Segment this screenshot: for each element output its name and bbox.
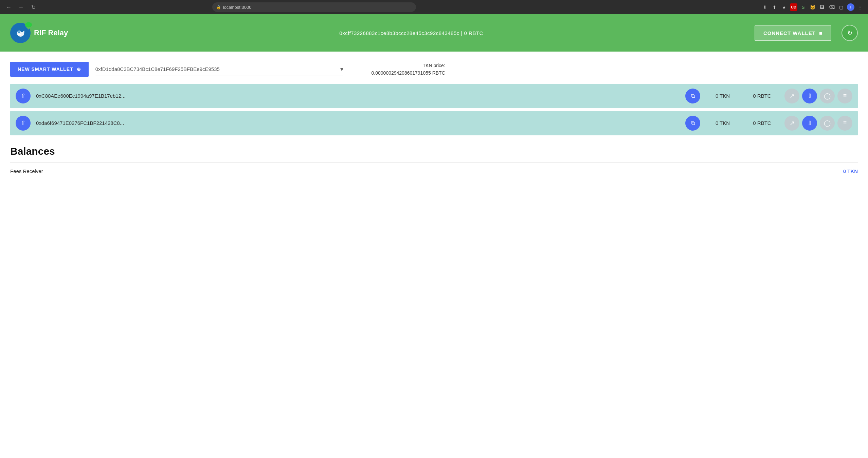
svg-point-2 [25, 22, 32, 27]
ext-fox-icon: 🐱 [809, 3, 816, 11]
tkn-price-container: TKN price: 0.000000294208601791055 RBTC [350, 62, 445, 77]
ext-window-icon: ▢ [837, 3, 845, 11]
selected-wallet-text: 0xfD1dda8C3BC734Bc1C8e71F69F25BFBEe9cE95… [95, 66, 340, 72]
lock-icon: 🔒 [216, 5, 221, 9]
connect-wallet-label: CONNECT WALLET [763, 30, 816, 36]
ext-ud-icon: UD [790, 3, 797, 11]
ext-share-icon: ⬆ [771, 3, 778, 11]
new-wallet-label: NEW SMART WALLET [18, 66, 73, 72]
fees-receiver-value: 0 TKN [843, 168, 858, 174]
copy-button-2[interactable]: ⧉ [685, 116, 700, 131]
new-smart-wallet-button[interactable]: NEW SMART WALLET ⊕ [10, 62, 89, 77]
header-address: 0xcff73226883c1ce8b3bccc28e45c3c92c84348… [75, 30, 748, 36]
main-content: NEW SMART WALLET ⊕ 0xfD1dda8C3BC734Bc1C8… [0, 52, 868, 190]
ext-puzzle-icon: ⌫ [828, 3, 835, 11]
refresh-icon: ↻ [847, 29, 852, 37]
send-button-2[interactable]: ⇧ [16, 116, 31, 131]
download-icon: ⇩ [807, 92, 812, 100]
details-button-2[interactable]: ≡ [837, 116, 852, 131]
dropdown-arrow-icon: ▾ [340, 65, 343, 73]
upload-icon: ⇧ [21, 92, 26, 100]
arrow-out-icon: ↗ [790, 92, 795, 100]
wallet-address-2: 0xda6f69471E0276FC1BF221428C8... [36, 120, 680, 126]
wallet-row-2: ⇧ 0xda6f69471E0276FC1BF221428C8... ⧉ 0 T… [10, 111, 858, 135]
tkn-balance-2: 0 TKN [706, 120, 740, 126]
svg-point-1 [18, 31, 20, 33]
extensions-area: ⬇ ⬆ ★ UD S 🐱 🖼 ⌫ ▢ I ⋮ [761, 3, 864, 11]
transfer-button-2[interactable]: ↗ [784, 116, 799, 131]
balances-title: Balances [10, 146, 858, 157]
receive-button-2[interactable]: ⇩ [802, 116, 817, 131]
wallet-row: ⇧ 0xC80AEe600Ec1994a97E1B17eb12... ⧉ 0 T… [10, 84, 858, 108]
copy-icon: ⧉ [691, 93, 695, 99]
transfer-button-1[interactable]: ↗ [784, 89, 799, 103]
refresh-button[interactable]: ↻ [842, 25, 858, 41]
tkn-balance-1: 0 TKN [706, 93, 740, 99]
ext-menu-icon: ⋮ [856, 3, 864, 11]
back-button[interactable]: ← [4, 2, 14, 12]
logo-container: RIF Relay [10, 23, 68, 43]
ext-user-icon: I [847, 3, 854, 11]
url-text: localhost:3000 [223, 5, 252, 10]
history-button-1[interactable]: ◯ [820, 89, 835, 103]
logo-circle [10, 23, 31, 43]
ext-monitor-icon: 🖼 [818, 3, 826, 11]
fees-receiver-label: Fees Receiver [10, 168, 43, 174]
connect-wallet-button[interactable]: CONNECT WALLET ■ [755, 25, 831, 41]
wallet-address-1: 0xC80AEe600Ec1994a97E1B17eb12... [36, 93, 680, 99]
wallet-dropdown[interactable]: 0xfD1dda8C3BC734Bc1C8e71F69F25BFBEe9cE95… [95, 63, 343, 76]
rbtc-balance-1: 0 RBTC [745, 93, 779, 99]
logo-svg [14, 26, 27, 39]
ext-s-icon: S [799, 3, 807, 11]
download-icon-2: ⇩ [807, 119, 812, 127]
clock-icon-2: ◯ [824, 119, 831, 127]
top-controls: NEW SMART WALLET ⊕ 0xfD1dda8C3BC734Bc1C8… [10, 62, 858, 77]
tkn-price-label: TKN price: [423, 63, 445, 68]
copy-icon-2: ⧉ [691, 120, 695, 126]
clock-icon: ◯ [824, 92, 831, 100]
list-icon: ≡ [843, 92, 847, 99]
list-icon-2: ≡ [843, 119, 847, 127]
row-actions-1: ↗ ⇩ ◯ ≡ [784, 89, 852, 103]
rbtc-balance-2: 0 RBTC [745, 120, 779, 126]
address-bar[interactable]: 🔒 localhost:3000 [212, 2, 416, 12]
arrow-out-icon-2: ↗ [790, 119, 795, 127]
app-title: RIF Relay [34, 28, 68, 37]
details-button-1[interactable]: ≡ [837, 89, 852, 103]
copy-button-1[interactable]: ⧉ [685, 89, 700, 103]
connect-wallet-icon: ■ [819, 30, 822, 36]
reload-button[interactable]: ↻ [29, 2, 38, 12]
ext-star-icon: ★ [780, 3, 788, 11]
app-header: RIF Relay 0xcff73226883c1ce8b3bccc28e45c… [0, 14, 868, 52]
plus-icon: ⊕ [77, 66, 81, 72]
forward-button[interactable]: → [16, 2, 26, 12]
balance-row-fees: Fees Receiver 0 TKN [10, 163, 858, 179]
receive-button-1[interactable]: ⇩ [802, 89, 817, 103]
browser-chrome: ← → ↻ 🔒 localhost:3000 ⬇ ⬆ ★ UD S 🐱 🖼 ⌫ … [0, 0, 868, 14]
row-actions-2: ↗ ⇩ ◯ ≡ [784, 116, 852, 131]
tkn-price-value: 0.000000294208601791055 RBTC [372, 70, 445, 76]
ext-download-icon: ⬇ [761, 3, 769, 11]
send-button-1[interactable]: ⇧ [16, 89, 31, 103]
balances-section: Balances Fees Receiver 0 TKN [10, 146, 858, 179]
upload-icon-2: ⇧ [21, 119, 26, 127]
history-button-2[interactable]: ◯ [820, 116, 835, 131]
